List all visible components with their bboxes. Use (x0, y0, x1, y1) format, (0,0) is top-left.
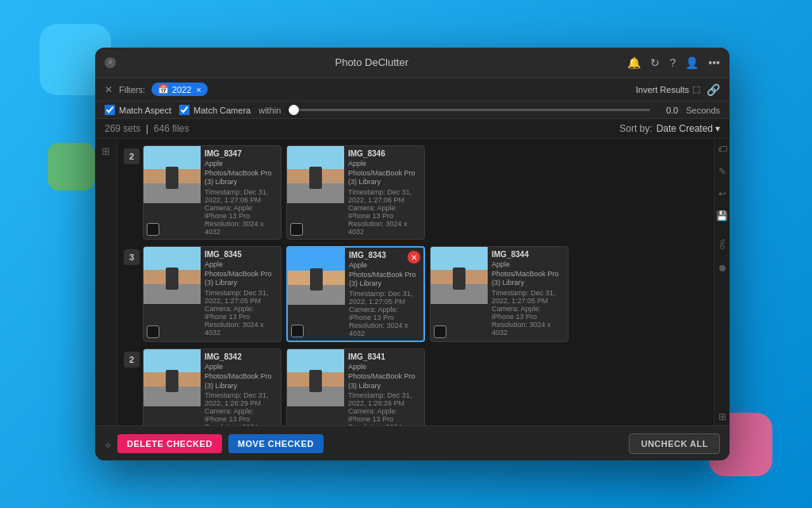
card-top: IMG_8341 Apple Photos/MacBook Pro (3) Li… (287, 349, 424, 425)
card-info: IMG_8341 Apple Photos/MacBook Pro (3) Li… (344, 349, 424, 425)
card-info: IMG_8347 Apple Photos/MacBook Pro (3) Li… (201, 146, 281, 239)
card-remove-button[interactable]: ✕ (408, 251, 420, 264)
photo-card-selected[interactable]: IMG_8343 Apple Photos/MacBook Pro (3) Li… (286, 246, 425, 342)
source: Apple Photos/MacBook Pro (3) Library (348, 363, 420, 391)
titlebar-icons: 🔔 ↻ ? 👤 ••• (627, 56, 720, 69)
match-aspect-checkbox[interactable] (105, 105, 115, 115)
resolution: Resolution: 3024 x 4032 (205, 321, 277, 337)
photo-card[interactable]: IMG_8341 Apple Photos/MacBook Pro (3) Li… (286, 348, 425, 425)
card-top: IMG_8345 Apple Photos/MacBook Pro (3) Li… (144, 247, 281, 340)
camera: Camera: Apple: iPhone 13 Pro (348, 407, 420, 423)
uncheck-all-button[interactable]: UNCHECK ALL (629, 433, 720, 454)
card-top: IMG_8344 Apple Photos/MacBook Pro (3) Li… (431, 247, 568, 340)
photo-group: 2 IMG_8342 Apple Photos/MacBook Pro (124, 348, 707, 425)
stats-text: 269 sets | 646 files (105, 123, 190, 134)
camera: Camera: Apple: iPhone 13 Pro (348, 204, 420, 220)
progress-label: 0% (718, 239, 726, 249)
bell-icon[interactable]: 🔔 (627, 56, 641, 69)
year-filter-badge[interactable]: 📅 2022 × (151, 83, 208, 96)
bottom-bar: ⬦ DELETE CHECKED MOVE CHECKED UNCHECK AL… (95, 425, 730, 460)
thumbnail-image (287, 146, 344, 203)
grid-sidebar-icon[interactable]: ⊞ (102, 145, 110, 157)
toolbar: ✕ Filters: 📅 2022 × Invert Results ⬚ 🔗 (95, 78, 730, 102)
photo-thumbnail (144, 146, 201, 203)
match-camera-checkbox[interactable] (179, 105, 190, 115)
refresh-icon[interactable]: ↻ (650, 56, 660, 69)
match-camera-checkbox-label[interactable]: Match Camera (179, 105, 251, 115)
source: Apple Photos/MacBook Pro (3) Library (349, 261, 419, 289)
tag-icon[interactable]: 🏷 (718, 144, 727, 155)
photo-items-row-3: IMG_8342 Apple Photos/MacBook Pro (3) Li… (143, 348, 425, 425)
stats-row: 269 sets | 646 files Sort by: Date Creat… (95, 119, 730, 139)
delete-checked-button[interactable]: DELETE CHECKED (117, 434, 222, 453)
sort-control: Sort by: Date Created ▾ (619, 123, 720, 134)
card-top: IMG_8347 Apple Photos/MacBook Pro (3) Li… (144, 146, 281, 239)
camera: Camera: Apple: iPhone 13 Pro (492, 305, 564, 321)
time-slider[interactable] (289, 109, 650, 111)
photo-card[interactable]: IMG_8342 Apple Photos/MacBook Pro (3) Li… (143, 348, 282, 425)
resolution: Resolution: 3024 x 4032 (349, 321, 419, 337)
photo-card[interactable]: IMG_8344 Apple Photos/MacBook Pro (3) Li… (430, 246, 569, 342)
figure (310, 268, 323, 291)
filename: IMG_8347 (205, 149, 277, 158)
photo-thumbnail (288, 248, 345, 305)
timestamp: Timestamp: Dec 31, 2022, 1:27:05 PM (492, 289, 564, 305)
photo-thumbnail (287, 349, 344, 406)
card-checkbox[interactable] (147, 223, 159, 236)
edit-icon[interactable]: ✎ (718, 166, 726, 177)
photo-group: 3 IMG_8345 Apple Photos/MacBook Pro (124, 246, 707, 342)
app-window: × Photo DeClutter 🔔 ↻ ? 👤 ••• ✕ Filters:… (95, 48, 730, 460)
calendar-icon: 📅 (158, 84, 169, 94)
card-checkbox[interactable] (291, 325, 304, 337)
seconds-label: Seconds (686, 106, 720, 115)
left-sidebar: ⊞ (95, 139, 117, 425)
photo-thumbnail (144, 247, 201, 304)
sort-dropdown-button[interactable]: Date Created ▾ (657, 123, 720, 134)
titlebar: × Photo DeClutter 🔔 ↻ ? 👤 ••• (95, 48, 730, 78)
move-checked-button[interactable]: MOVE CHECKED (228, 434, 324, 453)
year-filter-value: 2022 (172, 85, 191, 94)
timestamp: Timestamp: Dec 31, 2022, 1:26:29 PM (205, 391, 277, 407)
more-icon[interactable]: ••• (708, 56, 720, 69)
photo-card[interactable]: IMG_8347 Apple Photos/MacBook Pro (3) Li… (143, 145, 282, 240)
link-icon-button[interactable]: 🔗 (707, 83, 720, 96)
card-checkbox[interactable] (147, 325, 159, 338)
files-count: 646 files (154, 123, 190, 134)
camera: Camera: Apple: iPhone 13 Pro (349, 306, 419, 321)
grid-view-icon[interactable]: ⊞ (718, 411, 726, 422)
filter-close-icon[interactable]: ✕ (105, 84, 113, 95)
year-filter-close[interactable]: × (196, 85, 201, 94)
thumbnail-image (144, 349, 201, 406)
photo-card[interactable]: IMG_8346 Apple Photos/MacBook Pro (3) Li… (286, 145, 425, 240)
resolution: Resolution: 3024 x 4032 (205, 220, 277, 236)
filter-icon[interactable]: ⬦ (105, 437, 111, 450)
match-aspect-checkbox-label[interactable]: Match Aspect (105, 105, 171, 115)
card-checkbox[interactable] (290, 223, 303, 236)
resolution: Resolution: 3024 x 4032 (348, 423, 420, 425)
filename: IMG_8342 (205, 352, 277, 361)
card-top: IMG_8343 Apple Photos/MacBook Pro (3) Li… (288, 248, 423, 341)
card-checkbox[interactable] (434, 325, 446, 338)
camera: Camera: Apple: iPhone 13 Pro (205, 204, 277, 220)
thumbnail-image (144, 146, 201, 203)
undo-icon[interactable]: ↩ (718, 188, 726, 199)
card-top: IMG_8342 Apple Photos/MacBook Pro (3) Li… (144, 349, 281, 425)
figure (166, 370, 178, 392)
account-icon[interactable]: 👤 (685, 56, 699, 69)
group-count-3: 2 (124, 352, 140, 368)
save-icon[interactable]: 💾 (716, 210, 728, 221)
photo-thumbnail (431, 247, 488, 304)
close-button[interactable]: × (105, 57, 116, 68)
timestamp: Timestamp: Dec 31, 2022, 1:26:26 PM (348, 391, 420, 407)
right-sidebar: 🏷 ✎ ↩ 💾 0% ⊞ (714, 139, 730, 425)
thumbnail-image (288, 248, 345, 305)
photo-card[interactable]: IMG_8345 Apple Photos/MacBook Pro (3) Li… (143, 246, 282, 342)
photo-group: 2 IMG_8347 Apple Photos/MacBook Pro (124, 145, 707, 240)
timestamp: Timestamp: Dec 31, 2022, 1:27:05 PM (205, 289, 277, 305)
invert-results-button[interactable]: Invert Results ⬚ (636, 84, 700, 94)
help-icon[interactable]: ? (669, 56, 676, 69)
filter-row: Match Aspect Match Camera within 0.0 Sec… (95, 102, 730, 119)
card-info: IMG_8345 Apple Photos/MacBook Pro (3) Li… (201, 247, 281, 340)
slider-thumb (289, 105, 299, 115)
photo-items-row-1: IMG_8347 Apple Photos/MacBook Pro (3) Li… (143, 145, 425, 240)
